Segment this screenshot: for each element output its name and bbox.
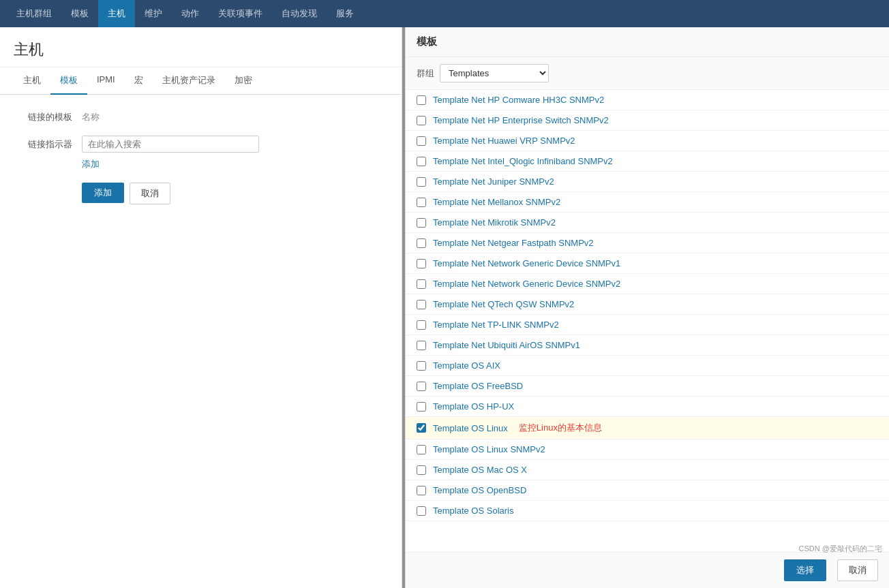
nav-services[interactable]: 服务	[327, 0, 363, 27]
template-checkbox[interactable]	[417, 136, 426, 146]
template-name: Template Net Huawei VRP SNMPv2	[433, 136, 575, 146]
linked-templates-label: 链接的模板	[14, 108, 82, 123]
nav-discovery[interactable]: 自动发现	[272, 0, 327, 27]
tab-ipmi[interactable]: IPMI	[87, 67, 125, 95]
template-checkbox[interactable]	[417, 320, 426, 330]
template-list-item[interactable]: Template Net Mellanox SNMPv2	[406, 192, 889, 213]
template-checkbox[interactable]	[417, 402, 426, 412]
template-checkbox[interactable]	[417, 279, 426, 289]
template-name: Template OS AIX	[433, 360, 500, 371]
template-name: Template OS HP-UX	[433, 401, 514, 412]
template-list-item[interactable]: Template Net HP Comware HH3C SNMPv2	[406, 90, 889, 110]
linked-indicator-row: 链接指示器 添加	[14, 136, 388, 170]
template-list-item[interactable]: Template Net Intel_Qlogic Infiniband SNM…	[406, 151, 889, 172]
template-list-item[interactable]: Template Net Network Generic Device SNMP…	[406, 253, 889, 274]
linked-templates-row: 链接的模板 名称	[14, 108, 388, 123]
tab-template[interactable]: 模板	[50, 67, 87, 95]
template-list-item[interactable]: Template Net TP-LINK SNMPv2	[406, 315, 889, 335]
template-list-item[interactable]: Template Net Mikrotik SNMPv2	[406, 213, 889, 233]
template-checkbox[interactable]	[417, 361, 426, 371]
top-navigation: 主机群组 模板 主机 维护 动作 关联项事件 自动发现 服务	[0, 0, 889, 27]
template-list-item[interactable]: Template Net Juniper SNMPv2	[406, 172, 889, 192]
template-list-item[interactable]: Template OS Linux监控Linux的基本信息	[406, 417, 889, 439]
template-checkbox[interactable]	[417, 506, 426, 516]
template-list-item[interactable]: Template OS FreeBSD	[406, 376, 889, 397]
template-checkbox[interactable]	[417, 95, 426, 105]
template-checkbox[interactable]	[417, 259, 426, 268]
nav-host-group[interactable]: 主机群组	[7, 0, 61, 27]
template-name: Template OS FreeBSD	[433, 381, 523, 391]
watermark: CSDN @爱敲代码的二宅	[799, 544, 882, 554]
template-checkbox[interactable]	[417, 465, 426, 475]
template-name: Template Net Mikrotik SNMPv2	[433, 217, 556, 228]
tab-asset[interactable]: 主机资产记录	[153, 67, 225, 95]
modal-cancel-button[interactable]: 取消	[837, 559, 878, 581]
template-list-item[interactable]: Template Net Ubiquiti AirOS SNMPv1	[406, 335, 889, 356]
template-checkbox[interactable]	[417, 198, 426, 207]
search-input[interactable]	[82, 136, 259, 153]
nav-host[interactable]: 主机	[98, 0, 135, 27]
nav-maintenance[interactable]: 维护	[135, 0, 172, 27]
modal-filter: 群组 Templates	[406, 57, 889, 90]
template-checkbox[interactable]	[417, 238, 426, 248]
template-list-item[interactable]: Template OS HP-UX	[406, 397, 889, 417]
template-list-item[interactable]: Template Net HP Enterprise Switch SNMPv2	[406, 110, 889, 131]
template-name: Template Net Juniper SNMPv2	[433, 176, 554, 187]
template-name: Template Net Intel_Qlogic Infiniband SNM…	[433, 156, 613, 166]
template-name: Template OS Solaris	[433, 506, 514, 516]
form-content: 链接的模板 名称 链接指示器 添加 添加 取消	[0, 95, 402, 230]
tab-host[interactable]: 主机	[14, 67, 50, 95]
linked-templates-value: 名称	[82, 108, 100, 123]
left-panel: 主机 主机 模板 IPMI 宏 主机资产记录 加密 链接的模板 名称 链接指示器…	[0, 27, 402, 588]
template-checkbox[interactable]	[417, 157, 426, 166]
template-list-item[interactable]: Template OS Linux SNMPv2	[406, 439, 889, 460]
template-name: Template OS OpenBSD	[433, 485, 526, 495]
template-list-item[interactable]: Template Net Huawei VRP SNMPv2	[406, 131, 889, 151]
template-list-item[interactable]: Template OS OpenBSD	[406, 480, 889, 501]
template-checkbox[interactable]	[417, 300, 426, 309]
right-panel-overlay: 模板 群组 Templates Template Net HP Comware …	[402, 27, 889, 588]
template-checkbox[interactable]	[417, 382, 426, 391]
template-list-item[interactable]: Template OS Mac OS X	[406, 460, 889, 480]
template-name: Template Net QTech QSW SNMPv2	[433, 299, 574, 309]
template-modal: 模板 群组 Templates Template Net HP Comware …	[405, 27, 889, 588]
modal-footer: 选择 取消	[406, 552, 889, 588]
filter-label: 群组	[417, 67, 434, 80]
template-list-item[interactable]: Template Net Netgear Fastpath SNMPv2	[406, 233, 889, 253]
template-name: Template Net Netgear Fastpath SNMPv2	[433, 238, 594, 248]
cancel-button[interactable]: 取消	[130, 183, 170, 204]
nav-template[interactable]: 模板	[61, 0, 98, 27]
template-checkbox[interactable]	[417, 341, 426, 350]
template-name: Template Net HP Comware HH3C SNMPv2	[433, 95, 604, 105]
template-checkbox[interactable]	[417, 116, 426, 125]
template-list-item[interactable]: Template OS Solaris	[406, 501, 889, 521]
template-checkbox[interactable]	[417, 423, 426, 433]
template-list-item[interactable]: Template OS AIX	[406, 356, 889, 376]
modal-title: 模板	[406, 27, 889, 57]
tab-macro[interactable]: 宏	[125, 67, 153, 95]
nav-event-correlation[interactable]: 关联项事件	[209, 0, 272, 27]
page-title: 主机	[0, 27, 402, 67]
template-checkbox[interactable]	[417, 486, 426, 495]
linked-indicator-label: 链接指示器	[14, 136, 82, 151]
template-name: Template OS Linux	[433, 423, 508, 433]
template-checkbox[interactable]	[417, 218, 426, 228]
add-link[interactable]: 添加	[82, 158, 259, 170]
template-checkbox[interactable]	[417, 177, 426, 187]
tab-encryption[interactable]: 加密	[225, 67, 262, 95]
template-list: Template Net HP Comware HH3C SNMPv2Templ…	[406, 90, 889, 552]
template-name: Template OS Mac OS X	[433, 465, 527, 475]
template-list-item[interactable]: Template Net Network Generic Device SNMP…	[406, 274, 889, 294]
template-checkbox[interactable]	[417, 445, 426, 454]
add-button[interactable]: 添加	[82, 183, 124, 203]
template-name: Template Net TP-LINK SNMPv2	[433, 320, 559, 330]
filter-group-select[interactable]: Templates	[440, 64, 549, 82]
template-name: Template Net Network Generic Device SNMP…	[433, 279, 620, 289]
modal-select-button[interactable]: 选择	[784, 559, 826, 581]
template-list-item[interactable]: Template Net QTech QSW SNMPv2	[406, 294, 889, 315]
template-name: Template Net HP Enterprise Switch SNMPv2	[433, 115, 609, 125]
template-name: Template Net Network Generic Device SNMP…	[433, 258, 620, 268]
template-name: Template OS Linux SNMPv2	[433, 444, 545, 454]
template-name: Template Net Mellanox SNMPv2	[433, 197, 560, 207]
nav-action[interactable]: 动作	[172, 0, 209, 27]
